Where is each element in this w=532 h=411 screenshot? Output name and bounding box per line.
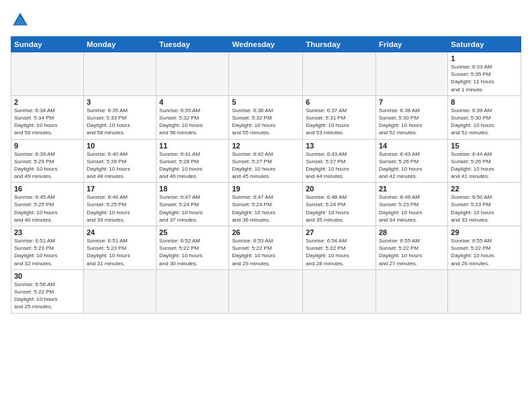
calendar-cell bbox=[375, 52, 447, 96]
day-number: 8 bbox=[451, 98, 518, 106]
day-number: 12 bbox=[232, 142, 300, 150]
day-info: Sunrise: 6:49 AMSunset: 5:23 PMDaylight:… bbox=[379, 193, 445, 224]
day-info: Sunrise: 6:46 AMSunset: 5:25 PMDaylight:… bbox=[87, 193, 153, 224]
day-number: 20 bbox=[306, 185, 373, 193]
day-info: Sunrise: 6:43 AMSunset: 5:26 PMDaylight:… bbox=[379, 150, 445, 181]
calendar-cell: 29Sunrise: 6:55 AMSunset: 5:22 PMDayligh… bbox=[448, 226, 521, 270]
day-number: 11 bbox=[159, 142, 226, 150]
week-row-5: 30Sunrise: 6:56 AMSunset: 5:22 PMDayligh… bbox=[11, 269, 521, 313]
calendar-cell: 23Sunrise: 6:51 AMSunset: 5:23 PMDayligh… bbox=[11, 226, 84, 270]
calendar-cell bbox=[157, 269, 229, 313]
day-number: 30 bbox=[14, 272, 81, 280]
day-info: Sunrise: 6:53 AMSunset: 5:22 PMDaylight:… bbox=[232, 237, 300, 267]
day-info: Sunrise: 6:55 AMSunset: 5:22 PMDaylight:… bbox=[451, 237, 518, 267]
calendar-cell bbox=[157, 52, 229, 96]
calendar-cell: 20Sunrise: 6:48 AMSunset: 5:24 PMDayligh… bbox=[303, 183, 376, 226]
weekday-header-sunday: Sunday bbox=[11, 37, 84, 52]
day-number: 21 bbox=[379, 185, 445, 193]
day-info: Sunrise: 6:38 AMSunset: 5:30 PMDaylight:… bbox=[379, 107, 445, 137]
day-info: Sunrise: 6:35 AMSunset: 5:32 PMDaylight:… bbox=[159, 107, 226, 137]
day-number: 9 bbox=[14, 142, 81, 150]
day-number: 27 bbox=[306, 228, 373, 236]
day-number: 6 bbox=[306, 98, 373, 106]
logo-icon bbox=[11, 11, 30, 30]
day-info: Sunrise: 6:51 AMSunset: 5:23 PMDaylight:… bbox=[87, 237, 153, 267]
day-info: Sunrise: 6:56 AMSunset: 5:22 PMDaylight:… bbox=[14, 281, 81, 311]
weekday-header-row: SundayMondayTuesdayWednesdayThursdayFrid… bbox=[11, 37, 521, 52]
day-number: 16 bbox=[14, 185, 81, 193]
week-row-3: 16Sunrise: 6:45 AMSunset: 5:25 PMDayligh… bbox=[11, 183, 521, 226]
calendar-cell: 24Sunrise: 6:51 AMSunset: 5:23 PMDayligh… bbox=[83, 226, 156, 270]
day-number: 15 bbox=[451, 142, 518, 150]
calendar: SundayMondayTuesdayWednesdayThursdayFrid… bbox=[11, 36, 521, 314]
day-number: 19 bbox=[232, 185, 300, 193]
calendar-cell: 28Sunrise: 6:55 AMSunset: 5:22 PMDayligh… bbox=[375, 226, 447, 270]
calendar-cell: 2Sunrise: 6:34 AMSunset: 5:34 PMDaylight… bbox=[11, 95, 84, 139]
week-row-4: 23Sunrise: 6:51 AMSunset: 5:23 PMDayligh… bbox=[11, 226, 521, 270]
day-info: Sunrise: 6:45 AMSunset: 5:25 PMDaylight:… bbox=[14, 193, 81, 224]
day-number: 4 bbox=[159, 98, 226, 106]
day-info: Sunrise: 6:39 AMSunset: 5:29 PMDaylight:… bbox=[14, 150, 81, 181]
day-info: Sunrise: 6:35 AMSunset: 5:33 PMDaylight:… bbox=[87, 107, 153, 137]
calendar-cell: 6Sunrise: 6:37 AMSunset: 5:31 PMDaylight… bbox=[303, 95, 376, 139]
weekday-header-tuesday: Tuesday bbox=[157, 37, 229, 52]
calendar-cell: 21Sunrise: 6:49 AMSunset: 5:23 PMDayligh… bbox=[375, 183, 447, 226]
weekday-header-saturday: Saturday bbox=[448, 37, 521, 52]
calendar-cell: 12Sunrise: 6:42 AMSunset: 5:27 PMDayligh… bbox=[229, 139, 303, 183]
week-row-0: 1Sunrise: 6:33 AMSunset: 5:35 PMDaylight… bbox=[11, 52, 521, 96]
calendar-cell bbox=[11, 52, 84, 96]
day-number: 23 bbox=[14, 228, 81, 236]
day-info: Sunrise: 6:40 AMSunset: 5:28 PMDaylight:… bbox=[87, 150, 153, 181]
day-info: Sunrise: 6:54 AMSunset: 5:22 PMDaylight:… bbox=[306, 237, 373, 267]
weekday-header-thursday: Thursday bbox=[303, 37, 376, 52]
day-number: 28 bbox=[379, 228, 445, 236]
calendar-cell: 27Sunrise: 6:54 AMSunset: 5:22 PMDayligh… bbox=[303, 226, 376, 270]
day-info: Sunrise: 6:55 AMSunset: 5:22 PMDaylight:… bbox=[379, 237, 445, 267]
day-info: Sunrise: 6:52 AMSunset: 5:22 PMDaylight:… bbox=[159, 237, 226, 267]
calendar-cell: 25Sunrise: 6:52 AMSunset: 5:22 PMDayligh… bbox=[157, 226, 229, 270]
calendar-cell bbox=[303, 52, 376, 96]
day-info: Sunrise: 6:39 AMSunset: 5:30 PMDaylight:… bbox=[451, 107, 518, 137]
calendar-cell: 19Sunrise: 6:47 AMSunset: 5:24 PMDayligh… bbox=[229, 183, 303, 226]
day-info: Sunrise: 6:33 AMSunset: 5:35 PMDaylight:… bbox=[451, 63, 518, 93]
day-info: Sunrise: 6:37 AMSunset: 5:31 PMDaylight:… bbox=[306, 107, 373, 137]
day-info: Sunrise: 6:43 AMSunset: 5:27 PMDaylight:… bbox=[306, 150, 373, 181]
day-info: Sunrise: 6:36 AMSunset: 5:32 PMDaylight:… bbox=[232, 107, 300, 137]
page: SundayMondayTuesdayWednesdayThursdayFrid… bbox=[0, 0, 532, 411]
day-number: 17 bbox=[87, 185, 153, 193]
day-number: 10 bbox=[87, 142, 153, 150]
calendar-cell bbox=[229, 269, 303, 313]
day-number: 24 bbox=[87, 228, 153, 236]
calendar-cell: 9Sunrise: 6:39 AMSunset: 5:29 PMDaylight… bbox=[11, 139, 84, 183]
calendar-cell bbox=[83, 269, 156, 313]
day-number: 13 bbox=[306, 142, 373, 150]
calendar-cell: 10Sunrise: 6:40 AMSunset: 5:28 PMDayligh… bbox=[83, 139, 156, 183]
day-number: 3 bbox=[87, 98, 153, 106]
day-number: 1 bbox=[451, 54, 518, 62]
calendar-cell: 22Sunrise: 6:50 AMSunset: 5:23 PMDayligh… bbox=[448, 183, 521, 226]
calendar-cell: 26Sunrise: 6:53 AMSunset: 5:22 PMDayligh… bbox=[229, 226, 303, 270]
logo bbox=[11, 11, 32, 30]
week-row-1: 2Sunrise: 6:34 AMSunset: 5:34 PMDaylight… bbox=[11, 95, 521, 139]
day-info: Sunrise: 6:47 AMSunset: 5:24 PMDaylight:… bbox=[232, 193, 300, 224]
day-info: Sunrise: 6:42 AMSunset: 5:27 PMDaylight:… bbox=[232, 150, 300, 181]
day-number: 26 bbox=[232, 228, 300, 236]
day-info: Sunrise: 6:34 AMSunset: 5:34 PMDaylight:… bbox=[14, 107, 81, 137]
calendar-cell: 13Sunrise: 6:43 AMSunset: 5:27 PMDayligh… bbox=[303, 139, 376, 183]
week-row-2: 9Sunrise: 6:39 AMSunset: 5:29 PMDaylight… bbox=[11, 139, 521, 183]
day-info: Sunrise: 6:50 AMSunset: 5:23 PMDaylight:… bbox=[451, 193, 518, 224]
day-info: Sunrise: 6:44 AMSunset: 5:26 PMDaylight:… bbox=[451, 150, 518, 181]
calendar-cell: 14Sunrise: 6:43 AMSunset: 5:26 PMDayligh… bbox=[375, 139, 447, 183]
day-info: Sunrise: 6:47 AMSunset: 5:24 PMDaylight:… bbox=[159, 193, 226, 224]
calendar-cell: 17Sunrise: 6:46 AMSunset: 5:25 PMDayligh… bbox=[83, 183, 156, 226]
day-info: Sunrise: 6:48 AMSunset: 5:24 PMDaylight:… bbox=[306, 193, 373, 224]
calendar-cell bbox=[303, 269, 376, 313]
calendar-cell: 11Sunrise: 6:41 AMSunset: 5:28 PMDayligh… bbox=[157, 139, 229, 183]
calendar-cell: 30Sunrise: 6:56 AMSunset: 5:22 PMDayligh… bbox=[11, 269, 84, 313]
day-number: 2 bbox=[14, 98, 81, 106]
calendar-cell bbox=[83, 52, 156, 96]
calendar-cell: 7Sunrise: 6:38 AMSunset: 5:30 PMDaylight… bbox=[375, 95, 447, 139]
day-info: Sunrise: 6:41 AMSunset: 5:28 PMDaylight:… bbox=[159, 150, 226, 181]
day-number: 7 bbox=[379, 98, 445, 106]
weekday-header-monday: Monday bbox=[83, 37, 156, 52]
